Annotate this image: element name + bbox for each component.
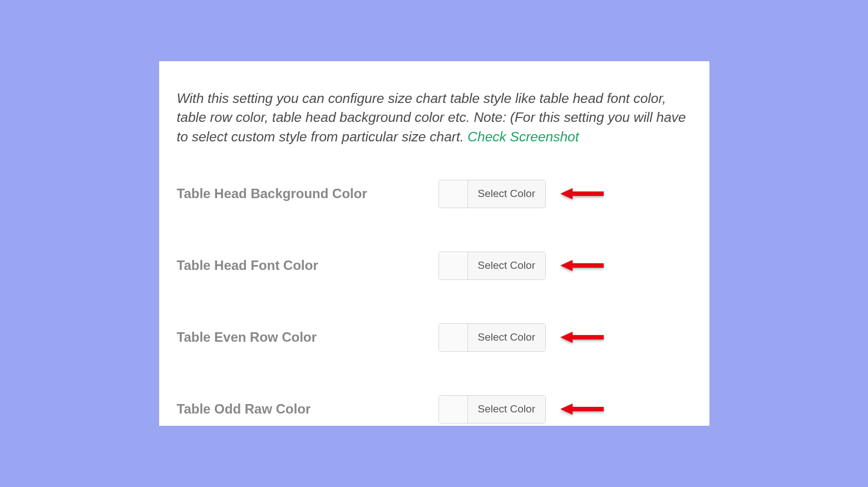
arrow-left-icon xyxy=(560,259,604,272)
color-picker-head-bg: Select Color xyxy=(438,180,546,208)
label-head-font: Table Head Font Color xyxy=(177,258,438,273)
select-color-button-head-bg[interactable]: Select Color xyxy=(468,180,546,208)
field-row-head-font: Table Head Font Color Select Color xyxy=(177,252,692,280)
color-picker-even-row: Select Color xyxy=(438,323,546,352)
label-head-bg: Table Head Background Color xyxy=(177,186,438,201)
svg-marker-3 xyxy=(560,404,604,415)
label-odd-row: Table Odd Raw Color xyxy=(177,401,438,417)
color-swatch-head-bg[interactable] xyxy=(439,180,468,208)
svg-marker-1 xyxy=(560,260,604,271)
color-picker-odd-row: Select Color xyxy=(438,395,546,424)
description-text: With this setting you can configure size… xyxy=(177,91,686,144)
svg-marker-0 xyxy=(560,188,604,199)
arrow-left-icon xyxy=(560,403,604,415)
color-picker-head-font: Select Color xyxy=(438,252,546,280)
color-swatch-even-row[interactable] xyxy=(439,324,468,351)
arrow-left-icon xyxy=(560,188,604,200)
arrow-left-icon xyxy=(560,331,604,343)
check-screenshot-link[interactable]: Check Screenshot xyxy=(467,129,579,144)
field-row-head-bg: Table Head Background Color Select Color xyxy=(177,180,692,208)
select-color-button-head-font[interactable]: Select Color xyxy=(468,252,546,279)
settings-panel: With this setting you can configure size… xyxy=(159,61,709,426)
label-even-row: Table Even Row Color xyxy=(177,329,438,345)
field-row-even-row: Table Even Row Color Select Color xyxy=(177,323,692,352)
color-swatch-head-font[interactable] xyxy=(439,252,468,279)
svg-marker-2 xyxy=(560,332,604,343)
color-swatch-odd-row[interactable] xyxy=(439,396,468,423)
field-row-odd-row: Table Odd Raw Color Select Color xyxy=(177,395,692,424)
settings-description: With this setting you can configure size… xyxy=(177,89,692,146)
select-color-button-odd-row[interactable]: Select Color xyxy=(468,396,546,423)
select-color-button-even-row[interactable]: Select Color xyxy=(468,324,546,351)
